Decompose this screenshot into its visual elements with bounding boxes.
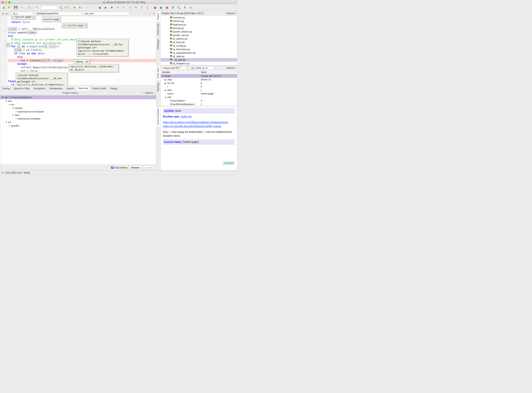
tree-row[interactable]: ▼en xyxy=(0,103,156,106)
open-file-icon[interactable]: 📂 xyxy=(8,5,12,10)
close-editor-icon[interactable]: ✕ xyxy=(152,12,155,15)
search-input[interactable] xyxy=(41,5,57,10)
save-all-icon[interactable]: ⧉ xyxy=(19,5,24,10)
select-icon[interactable]: ↖ xyxy=(35,5,39,10)
tab-mercurial[interactable]: Mercurial xyxy=(76,86,90,91)
restart-icon[interactable]: ↻ xyxy=(115,5,120,10)
project-file-row[interactable]: qt_config.py xyxy=(161,44,237,48)
disclosure-icon[interactable]: ▼ xyxy=(5,100,7,102)
search-icon[interactable]: 🔍 xyxy=(59,5,63,10)
frame-up-icon[interactable]: ▣ xyxy=(153,5,157,10)
project-file-row[interactable]: qt_addons.py xyxy=(161,37,237,40)
project-file-row[interactable]: qt_wrappers.py xyxy=(161,62,237,65)
project-file-row[interactable]: pyside_utils.py xyxy=(161,33,237,37)
replace-icon[interactable]: AB↕ xyxy=(65,5,69,10)
bookmark-prev-icon[interactable]: ☆ xyxy=(84,5,89,10)
variable-row[interactable]: ▼ self xyxy=(161,95,237,99)
project-file-row[interactable]: interact.py xyxy=(161,19,237,23)
sidetab-refactoring[interactable]: Refactoring xyxy=(156,22,161,37)
variable-row[interactable]: i0 xyxy=(161,85,237,88)
project-file-row[interactable]: *qt_utils.py xyxy=(161,58,237,62)
variable-row[interactable]: DrawWindowBackgrou1 xyxy=(161,103,237,106)
nav-back-icon[interactable]: ◀ xyxy=(1,12,4,15)
step-over-icon[interactable]: ↷ xyxy=(133,5,138,10)
pause-icon[interactable]: ⏸ xyxy=(121,5,126,10)
disclosure-icon[interactable]: ▼ xyxy=(12,107,14,109)
project-file-row[interactable]: qt_itemviews.py xyxy=(161,48,237,51)
mercurial-tree[interactable]: ▼ ide-7 (/Users/sdeibel/src) ▼doc▼en▼how… xyxy=(0,95,156,165)
col-value[interactable]: Value xyxy=(200,70,237,74)
find-icon[interactable]: 🔍 xyxy=(177,5,181,10)
variable-row[interactable]: DrawChildren2 xyxy=(161,99,237,103)
function-combo[interactable]: gui_emit xyxy=(84,12,130,15)
doc-url-link[interactable]: https://docs.python.org/2/library/stdtyp… xyxy=(163,121,229,128)
bookmark-icon[interactable]: ★ xyxy=(72,5,77,10)
tab-search[interactable]: Search xyxy=(64,86,76,91)
breakpoint-icon[interactable]: ◉ xyxy=(98,5,102,10)
project-file-row[interactable]: keyboard.py xyxy=(161,23,237,26)
project-file-tree[interactable]: iconutils.pyinteract.pykeyboard.pypixmap… xyxy=(161,16,237,65)
bookmark-next-icon[interactable]: ☆ xyxy=(90,5,95,10)
close-window-icon[interactable] xyxy=(2,1,4,3)
frame-cur-icon[interactable]: ▣ xyxy=(159,5,163,10)
auto-refresh-checkbox[interactable]: Auto-refresh xyxy=(111,166,128,169)
tree-row[interactable]: ✎tutorial.arst.template xyxy=(0,117,156,120)
sidetab-source-assistant[interactable]: Source Assistant xyxy=(156,106,161,127)
file-combo[interactable]: qt_u xyxy=(12,12,34,15)
options-dropdown[interactable]: Options xyxy=(145,92,155,94)
tab-debug[interactable]: Debug xyxy=(108,86,119,91)
tab-testing[interactable]: Testing xyxy=(0,86,11,91)
split-icon[interactable]: ▾ xyxy=(148,12,151,15)
step-out-icon[interactable]: ↥ xyxy=(139,5,144,10)
disclosure-icon[interactable]: ▼ xyxy=(5,121,7,123)
project-file-row[interactable]: pyside_addons.py xyxy=(161,30,237,33)
sidetab-project[interactable]: Project xyxy=(156,11,161,22)
tree-row[interactable]: ▼src xyxy=(0,120,156,124)
project-file-row[interactable]: iconutils.py xyxy=(161,16,237,19)
project-options[interactable]: Options xyxy=(226,12,236,15)
tab-search-in-files[interactable]: Search in Files xyxy=(12,86,32,91)
stack-options[interactable]: Options xyxy=(226,66,236,69)
sync-icon[interactable]: ⇆ xyxy=(188,5,193,10)
variable-row[interactable]: ▶ args(None, 0) xyxy=(161,78,237,81)
process-combo[interactable]: wing.py (pid 8577 xyxy=(162,66,188,70)
goto-icon[interactable]: |↕| xyxy=(27,5,32,10)
tree-row[interactable]: ▼doc xyxy=(0,99,156,103)
disclosure-icon[interactable]: ▼ xyxy=(9,103,10,106)
monitor-icon[interactable]: 🖥 xyxy=(171,5,175,10)
tree-row[interactable]: ✎quickstart.arst.template xyxy=(0,110,156,113)
cancel-button[interactable]: Cancel xyxy=(143,165,155,170)
frame-combo[interactable]: *gui_emit(): qt_ut xyxy=(189,66,215,70)
runtime-type-link[interactable]: builtin list xyxy=(181,115,192,118)
project-file-row[interactable]: qt_base.py xyxy=(161,40,237,44)
refresh-button[interactable]: Refresh xyxy=(129,165,142,170)
tab-python-shell[interactable]: Python Shell xyxy=(91,86,108,91)
project-status-dropdown[interactable]: Project Status xyxy=(63,92,79,94)
variable-row[interactable]: ▶ item( xyxy=(161,88,237,92)
code-editor[interactable]: ▽ ▽ ▽ ▽ ▽ ▽ ▽ ▽ return False stack = sel… xyxy=(0,16,156,85)
close-panel-icon[interactable]: × xyxy=(142,91,143,95)
warning-icon[interactable]: ⚠ xyxy=(144,12,147,15)
bug-icon[interactable]: ✷ xyxy=(2,171,4,174)
tree-row[interactable]: ▼intro xyxy=(0,113,156,117)
save-icon[interactable]: 💾 xyxy=(14,5,18,10)
tree-row[interactable]: ▼howtos xyxy=(0,106,156,110)
sidetab-stack-data[interactable]: Stack Data xyxy=(156,65,161,80)
disclosure-icon[interactable]: ▼ xyxy=(9,125,10,127)
bookmark-add-icon[interactable]: ★₊ xyxy=(78,5,83,10)
sidetab-warnings[interactable]: Warnings xyxy=(156,80,161,93)
tree-header[interactable]: ▼ ide-7 (/Users/sdeibel/src) xyxy=(0,95,156,99)
nav-fwd-icon[interactable]: ▶ xyxy=(5,12,8,15)
tree-row[interactable]: ▼guiutils xyxy=(0,124,156,128)
minimize-window-icon[interactable] xyxy=(5,1,7,3)
disclosure-icon[interactable]: ▼ xyxy=(12,114,14,116)
download-icon[interactable]: ⬇ xyxy=(182,5,187,10)
frame-down-icon[interactable]: ▣ xyxy=(165,5,169,10)
variable-row[interactable]: ▶ cb_list[( xyxy=(161,81,237,85)
project-file-row[interactable]: pixmap.py xyxy=(161,26,237,30)
variable-table[interactable]: Variable Value ▼ locals <locals dict; le… xyxy=(161,70,237,106)
run-icon[interactable]: ▶ xyxy=(104,5,108,10)
source-assistant[interactable]: Symbol: stack Runtime type: builtin list… xyxy=(161,106,237,170)
project-file-row[interactable]: qt_style.py xyxy=(161,54,237,58)
new-file-icon[interactable]: ▥ xyxy=(2,5,6,10)
